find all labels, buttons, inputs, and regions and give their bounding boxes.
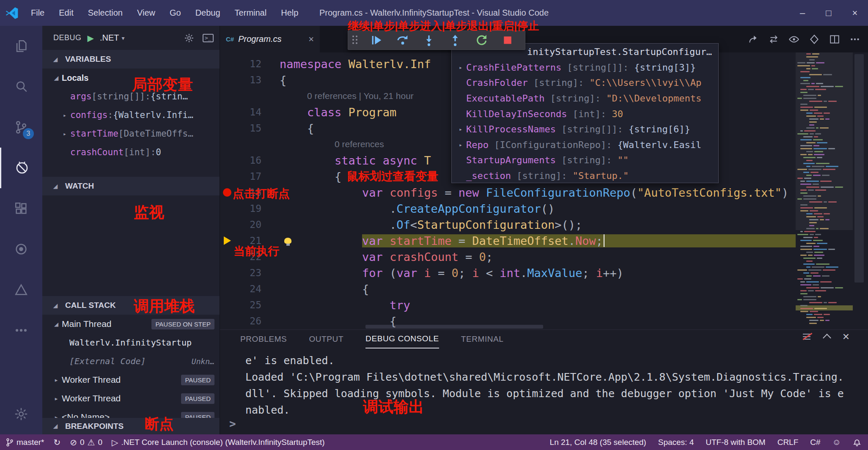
panel-tabs: PROBLEMSOUTPUTDEBUG CONSOLETERMINAL [220, 330, 868, 348]
gutter-glyph-margin[interactable] [220, 236, 234, 245]
menu-edit[interactable]: Edit [52, 0, 80, 26]
code-line[interactable]: 25 try [220, 297, 796, 313]
menu-help[interactable]: Help [274, 0, 305, 26]
swap-icon[interactable] [768, 34, 779, 45]
watch-section-header[interactable]: ◢ WATCH [42, 177, 220, 195]
preview-icon[interactable] [788, 34, 799, 45]
sync-icon[interactable]: ↻ [53, 437, 60, 447]
hover-variable-row[interactable]: ▸KillProcessNames [string[]]: {string[6]… [452, 121, 718, 137]
panel-tab-terminal[interactable]: TERMINAL [461, 330, 504, 348]
lightbulb-icon[interactable] [284, 238, 291, 244]
explorer-icon[interactable] [0, 26, 42, 66]
more-actions-icon[interactable] [849, 34, 860, 45]
eol-item[interactable]: CRLF [777, 438, 799, 447]
maximize-panel-icon[interactable] [823, 334, 831, 342]
problems-item[interactable]: ⊘ 0 ⚠ 0 [70, 437, 102, 447]
codelens-text[interactable]: 0 references [335, 139, 384, 149]
git-branch-item[interactable]: master* [6, 438, 44, 447]
menu-debug[interactable]: Debug [188, 0, 228, 26]
language-mode-item[interactable]: C# [810, 438, 820, 447]
debug-settings-gear-icon[interactable] [184, 33, 194, 43]
paused-badge: PAUSED ON STEP [151, 319, 214, 329]
line-number: 23 [234, 267, 261, 278]
hover-variable-type: [string]: [544, 93, 606, 104]
variable-row[interactable]: ▸startTime [DateTimeOffs… [42, 124, 220, 143]
selection-highlight: var startTime = DateTimeOffset.Now; [362, 234, 796, 247]
hover-variable-row[interactable]: ExecutablePath [string]: "D:\\Developmen… [452, 91, 718, 106]
call-stack-row[interactable]: ◢Main ThreadPAUSED ON STEP [42, 315, 220, 333]
code-line[interactable]: 23 for (var i = 0; i < int.MaxValue; i++… [220, 265, 796, 281]
azure-icon[interactable] [0, 269, 42, 310]
close-panel-icon[interactable]: × [843, 332, 849, 341]
test-explorer-icon[interactable] [0, 229, 42, 269]
call-stack-row[interactable]: [External Code]Unkn… [42, 352, 220, 370]
tab-close-icon[interactable]: × [308, 34, 314, 45]
compare-icon[interactable] [809, 34, 820, 45]
call-stack-row[interactable]: ▸Worker ThreadPAUSED [42, 370, 220, 389]
panel-tab-output[interactable]: OUTPUT [309, 330, 343, 348]
panel-tab-problems[interactable]: PROBLEMS [240, 330, 287, 348]
hover-variable-row[interactable]: _section [string]: "Startup." [452, 168, 718, 183]
menu-go[interactable]: Go [162, 0, 188, 26]
minimap[interactable] [796, 52, 853, 329]
locals-scope-row[interactable]: ◢ Locals [42, 69, 220, 87]
encoding-item[interactable]: UTF-8 with BOM [706, 438, 765, 447]
launch-config-item[interactable]: ▷ .NET Core Launch (console) (Walterlv.I… [112, 437, 325, 447]
indentation-item[interactable]: Spaces: 4 [658, 438, 694, 447]
horizontal-scrollbar[interactable] [365, 325, 543, 329]
variable-name: args [70, 91, 92, 102]
menu-terminal[interactable]: Terminal [228, 0, 274, 26]
watch-empty-body [42, 195, 220, 296]
cursor-position-item[interactable]: Ln 21, Col 48 (35 selected) [550, 438, 646, 447]
feedback-smiley-icon[interactable]: ☺ [832, 437, 841, 447]
split-editor-icon[interactable] [829, 34, 840, 45]
variable-row[interactable]: crashCount [int]: 0 [42, 143, 220, 162]
menu-file[interactable]: File [24, 0, 52, 26]
hover-variable-row[interactable]: KillDelayInSeconds [int]: 30 [452, 106, 718, 122]
more-views-icon[interactable] [0, 310, 42, 351]
call-stack-row[interactable]: Walterlv.InfinityStartup [42, 333, 220, 352]
call-stack-row[interactable]: ▸<No Name>PAUSED [42, 408, 220, 418]
settings-gear-icon[interactable] [0, 394, 42, 434]
hover-variable-row[interactable]: ▸CrashFilePatterns [string[]]: {string[3… [452, 60, 718, 75]
repl-prompt-icon[interactable]: > [229, 417, 236, 430]
code-line[interactable]: 21 var startTime = DateTimeOffset.Now; [220, 233, 796, 249]
hover-variable-row[interactable]: CrashFolder [string]: "C:\\Users\\lvyi\\… [452, 75, 718, 91]
maximize-button[interactable]: □ [816, 0, 842, 26]
hover-variable-row[interactable]: ▸Repo [IConfigurationRepo]: {Walterlv.Ea… [452, 137, 718, 153]
breakpoints-section-header[interactable]: ◢ BREAKPOINTS [42, 418, 220, 434]
variable-value: 0 [156, 147, 161, 157]
code-line[interactable]: 18 var configs = new FileConfigurationRe… [220, 184, 796, 200]
source-control-icon[interactable]: 3 [0, 107, 42, 148]
debug-console-toggle-icon[interactable]: >_ [203, 34, 214, 42]
variable-row[interactable]: args [string[]]: {strin… [42, 87, 220, 106]
toolbar-drag-handle[interactable] [352, 36, 358, 45]
panel-tab-debug-console[interactable]: DEBUG CONSOLE [365, 330, 439, 348]
hover-variable-name: ExecutablePath [466, 93, 544, 104]
vertical-scrollbar[interactable] [854, 54, 864, 283]
extensions-icon[interactable] [0, 188, 42, 229]
breakpoint-dot[interactable] [223, 188, 231, 197]
tab-program-cs[interactable]: C# Program.cs × [220, 26, 320, 52]
code-line[interactable]: 20 .Of<StartupConfiguration>(); [220, 217, 796, 233]
menu-view[interactable]: View [130, 0, 162, 26]
minimize-button[interactable]: – [789, 0, 816, 26]
call-stack-row[interactable]: ▸Worker ThreadPAUSED [42, 389, 220, 408]
close-button[interactable]: × [842, 0, 868, 26]
hover-variable-row[interactable]: StartupArguments [string]: "" [452, 153, 718, 168]
notifications-bell-icon[interactable] [853, 438, 861, 447]
code-line[interactable]: 24 { [220, 281, 796, 297]
start-debug-button[interactable]: ▶ [88, 33, 94, 43]
search-icon[interactable] [0, 66, 42, 107]
navigate-icon[interactable] [748, 34, 759, 45]
gutter-glyph-margin[interactable] [220, 188, 234, 197]
code-line[interactable]: 22 var crashCount = 0; [220, 249, 796, 265]
launch-config-dropdown[interactable]: .NET ▾ [100, 33, 125, 43]
menu-selection[interactable]: Selection [81, 0, 130, 26]
codelens-text[interactable]: 0 references | You, 21 hour [307, 91, 414, 101]
clear-console-icon[interactable] [803, 333, 811, 340]
variable-row[interactable]: ▸configs: {Walterlv.Infi… [42, 106, 220, 124]
code-line[interactable]: 19 .CreateAppConfigurator() [220, 200, 796, 217]
debug-icon[interactable] [0, 148, 42, 188]
variables-section-header[interactable]: ◢ VARIABLES [42, 50, 220, 69]
